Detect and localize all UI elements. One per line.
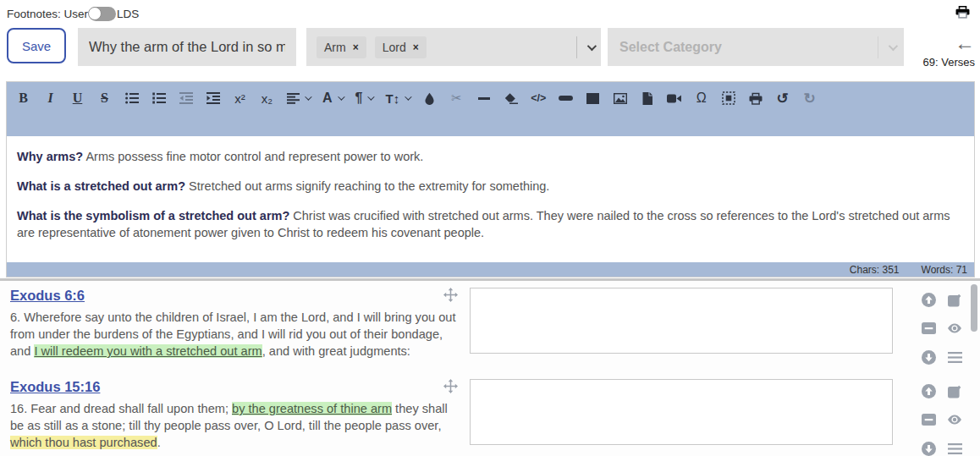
eraser-icon [504,93,518,104]
font-family-dropdown-button[interactable]: A [322,88,344,108]
chevron-down-icon [405,93,411,100]
subscript-button[interactable]: x₂ [259,88,275,108]
numbered-list-icon [152,92,166,104]
arrow-up-circle-icon [922,384,936,398]
view-verse-button[interactable] [947,321,962,336]
move-down-button[interactable] [921,441,936,456]
strikethrough-button[interactable]: S [96,88,113,108]
edit-icon [948,293,962,307]
chevron-down-icon [889,41,898,50]
remove-verse-button[interactable] [921,412,936,427]
text-color-button[interactable] [421,88,438,108]
arrow-down-circle-icon [922,442,936,456]
italic-button[interactable]: I [42,88,58,108]
tag-label: Arm [324,41,346,54]
chevron-down-icon [305,93,311,100]
paragraph-format-dropdown-button[interactable]: ¶ [355,88,374,108]
editor-toolbar: B I U S x² x₂ A ¶ T↕ ✂ </> Ω ↺ ↻ [7,82,974,136]
verse-note-input[interactable] [470,379,893,445]
chevron-down-icon [338,93,344,100]
code-view-button[interactable]: </> [530,88,547,108]
tag-chip: Arm × [317,36,366,58]
align-left-icon [287,93,300,104]
answer-text: Stretched out arms signify reaching to t… [185,179,549,193]
special-characters-button[interactable]: Ω [693,88,709,108]
edit-note-button[interactable] [947,292,962,307]
verse-content: Exodus 15:16 16. Fear and dread shall fa… [10,379,465,451]
redo-button: ↻ [801,88,818,108]
back-arrow-icon[interactable]: ← [955,33,975,53]
edit-note-button[interactable] [947,383,962,398]
verse-count-label: 69: Verses [923,56,975,69]
font-size-dropdown-button[interactable]: T↕ [384,88,410,108]
category-select[interactable]: Select Category [608,28,904,66]
align-dropdown-button[interactable] [286,88,311,108]
tag-label: Lord [383,41,406,54]
insert-video-button[interactable] [666,88,682,108]
question-text: What is a stretched out arm? [17,179,185,193]
remove-tag-icon[interactable]: × [413,41,419,53]
move-down-button[interactable] [921,349,936,365]
editor-status-bar: Chars: 351 Words: 71 [7,262,974,277]
toggle-knob [88,7,102,20]
edit-icon [948,384,962,398]
move-up-button[interactable] [921,383,936,398]
numbered-list-button[interactable] [151,88,167,108]
drag-handle-icon[interactable] [443,379,458,397]
user-lds-toggle[interactable] [89,7,116,21]
eye-icon [947,323,962,333]
undo-button[interactable]: ↺ [774,88,790,108]
bullet-list-button[interactable] [124,88,140,108]
divider [878,36,878,58]
editor-paragraph: Why arms? Arms possess fine motor contro… [17,148,964,165]
color-drop-icon [425,92,434,105]
superscript-button[interactable]: x² [232,88,248,108]
verse-green-highlight-link[interactable]: by the greatness of thine arm [232,402,392,415]
print-page-icon[interactable] [955,5,970,22]
verse-plain-text: 16. Fear and dread shall fall upon them; [10,402,232,415]
verse-green-highlight-link[interactable]: I will redeem you with a stretched out a… [34,344,262,358]
verse-reference-link[interactable]: Exodus 15:16 [10,379,100,395]
clear-formatting-button[interactable] [503,88,519,108]
view-verse-button[interactable] [947,412,962,427]
eye-icon [947,415,962,425]
verse-text: 6. Wherefore say unto the children of Is… [10,309,465,360]
select-all-button[interactable] [720,88,736,108]
print-button[interactable] [747,88,763,108]
underline-button[interactable]: U [69,88,85,108]
verse-menu-button[interactable] [947,349,962,365]
move-up-button[interactable] [921,292,936,307]
bold-button[interactable]: B [15,88,31,108]
insert-image-button[interactable] [612,88,628,108]
insert-table-button[interactable] [585,88,601,108]
remove-verse-button[interactable] [921,321,936,336]
indent-button[interactable] [205,88,221,108]
verse-note-input[interactable] [470,288,893,354]
question-text: Why arms? [17,150,83,163]
link-icon [559,94,573,102]
scrollbar-track[interactable] [971,283,977,456]
editor-content-area[interactable]: Why arms? Arms possess fine motor contro… [7,136,974,262]
chevron-down-icon[interactable] [587,41,597,50]
verse-text: 16. Fear and dread shall fall upon them;… [10,400,465,451]
remove-tag-icon[interactable]: × [353,41,359,53]
verse-plain-text: , and with great judgments: [262,344,410,358]
editor-paragraph: What is the symbolism of a stretched out… [17,207,964,241]
scrollbar-thumb[interactable] [971,284,977,332]
arrow-down-circle-icon [922,350,936,365]
lds-label: LDS [117,8,139,20]
verse-reference-link[interactable]: Exodus 6:6 [10,288,85,304]
horizontal-rule-button[interactable] [476,88,492,108]
tags-select[interactable]: Arm × Lord × [306,28,601,66]
verse-menu-button[interactable] [947,441,962,456]
chevron-down-icon [368,93,375,100]
footnotes-source-toggle-group: Footnotes: User LDS [7,7,139,21]
verse-controls [921,383,962,456]
drag-handle-icon[interactable] [443,288,458,305]
cut-button: ✂ [449,88,465,108]
insert-file-button[interactable] [639,88,655,108]
insert-link-button[interactable] [558,88,574,108]
arrow-up-circle-icon [922,293,936,307]
save-button[interactable]: Save [7,28,66,63]
footnote-title-input[interactable] [78,28,296,66]
